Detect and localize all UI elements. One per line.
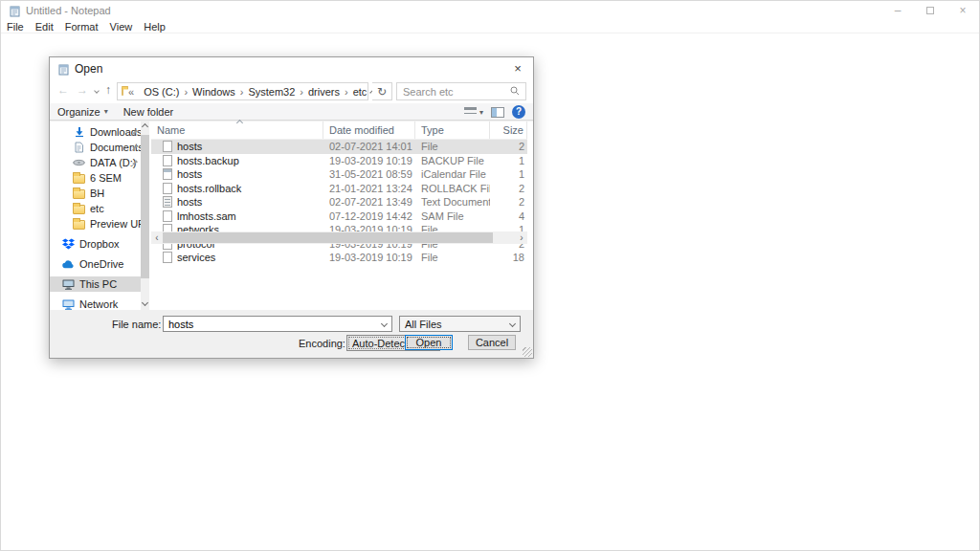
sidebar-item-downloads[interactable]: Downloads bbox=[50, 124, 141, 140]
table-row[interactable]: hosts.backup19-03-2019 10:19BACKUP File1 bbox=[151, 154, 527, 168]
onedrive-icon bbox=[62, 258, 75, 270]
file-type-select[interactable]: All Files bbox=[399, 316, 521, 332]
horizontal-scrollbar-thumb[interactable] bbox=[163, 232, 493, 243]
dropbox-icon bbox=[62, 238, 75, 250]
thispc-icon bbox=[62, 278, 75, 290]
sidebar-item-bh[interactable]: BH bbox=[50, 186, 141, 201]
date-modified-cell: 19-03-2019 10:19 bbox=[323, 155, 415, 166]
search-icon bbox=[510, 86, 520, 98]
table-row[interactable]: hosts02-07-2021 14:01File2 bbox=[151, 140, 527, 154]
date-modified-cell: 21-01-2021 13:24 bbox=[323, 183, 415, 194]
dialog-close-button[interactable]: × bbox=[502, 57, 533, 78]
sidebar-item-label: Network bbox=[79, 298, 118, 310]
menu-help[interactable]: Help bbox=[138, 20, 171, 33]
size-cell: 18 bbox=[490, 252, 527, 263]
table-row[interactable]: hosts.rollback21-01-2021 13:24ROLLBACK F… bbox=[151, 182, 527, 196]
column-header-date-modified[interactable]: Date modified bbox=[323, 121, 415, 139]
new-folder-button[interactable]: New folder bbox=[116, 106, 182, 118]
recent-locations-chevron-icon[interactable] bbox=[94, 88, 100, 94]
size-cell: 1 bbox=[490, 155, 527, 166]
back-icon[interactable]: ← bbox=[57, 83, 69, 97]
table-row[interactable]: services19-03-2019 10:19File18 bbox=[151, 251, 527, 265]
file-name-chevron-icon[interactable] bbox=[381, 320, 388, 327]
date-modified-cell: 02-07-2021 13:49 bbox=[323, 196, 415, 208]
window-title: Untitled - Notepad bbox=[26, 5, 111, 16]
horizontal-scrollbar[interactable]: ‹ › bbox=[151, 231, 527, 244]
type-cell: File bbox=[415, 252, 490, 263]
table-row[interactable]: lmhosts.sam07-12-2019 14:42SAM File4 bbox=[151, 209, 527, 224]
help-icon[interactable]: ? bbox=[512, 105, 525, 119]
folder-icon bbox=[73, 189, 85, 199]
breadcrumb-segment[interactable]: drivers bbox=[303, 86, 345, 98]
file-name-text: lmhosts.sam bbox=[177, 210, 236, 222]
minimize-button[interactable]: – bbox=[881, 1, 914, 20]
breadcrumb-segment[interactable]: etc bbox=[348, 86, 372, 98]
scroll-right-icon[interactable]: › bbox=[516, 231, 527, 244]
sidebar-item-6-sem[interactable]: 6 SEM bbox=[50, 170, 141, 186]
type-cell: ROLLBACK File bbox=[415, 183, 490, 194]
file-list: NameDate modifiedTypeSize hosts02-07-202… bbox=[151, 121, 527, 296]
size-cell: 2 bbox=[490, 141, 527, 152]
pin-icon bbox=[130, 143, 139, 151]
breadcrumb-segment[interactable]: System32 bbox=[243, 86, 300, 98]
folder-icon bbox=[73, 174, 85, 184]
sidebar-item-dropbox[interactable]: Dropbox bbox=[50, 236, 141, 252]
change-view-button[interactable]: ▾ bbox=[464, 107, 483, 117]
organize-button[interactable]: Organize ▾ bbox=[50, 106, 116, 118]
date-modified-cell: 19-03-2019 10:19 bbox=[323, 252, 415, 263]
maximize-button[interactable] bbox=[914, 1, 947, 20]
sidebar-item-preview-url[interactable]: Preview URL bbox=[50, 216, 141, 231]
file-file-icon bbox=[163, 252, 172, 263]
drive-icon bbox=[73, 157, 85, 168]
menu-format[interactable]: Format bbox=[59, 20, 104, 33]
up-icon[interactable]: ↑ bbox=[105, 83, 111, 97]
address-bar[interactable]: « OS (C:)›Windows›System32›drivers›etc bbox=[117, 82, 368, 100]
column-header-type[interactable]: Type bbox=[415, 121, 490, 139]
scroll-up-icon[interactable] bbox=[142, 123, 148, 130]
preview-pane-icon[interactable] bbox=[491, 107, 504, 118]
scroll-left-icon[interactable]: ‹ bbox=[151, 231, 163, 244]
file-name-input[interactable] bbox=[164, 319, 382, 330]
date-modified-cell: 31-05-2021 08:59 bbox=[323, 168, 415, 180]
column-header-name[interactable]: Name bbox=[151, 121, 323, 139]
dialog-titlebar: Open × bbox=[50, 57, 533, 80]
column-headers: NameDate modifiedTypeSize bbox=[151, 121, 527, 140]
file-name-text: hosts bbox=[177, 141, 202, 152]
sidebar-scrollbar-thumb[interactable] bbox=[141, 135, 149, 278]
list-view-icon bbox=[464, 107, 477, 117]
menu-edit[interactable]: Edit bbox=[30, 20, 59, 33]
search-input[interactable] bbox=[397, 86, 510, 98]
breadcrumb-segment[interactable]: Windows bbox=[188, 86, 240, 98]
sidebar-item-etc[interactable]: etc bbox=[50, 201, 141, 216]
close-button[interactable]: × bbox=[947, 1, 979, 20]
column-header-label: Date modified bbox=[329, 124, 394, 136]
sidebar-scrollbar[interactable] bbox=[141, 121, 149, 310]
column-header-size[interactable]: Size bbox=[490, 121, 527, 139]
file-name-text: hosts.backup bbox=[177, 155, 239, 166]
file-file-icon bbox=[163, 141, 172, 152]
size-cell: 2 bbox=[490, 196, 527, 208]
folder-icon bbox=[122, 88, 123, 97]
menu-file[interactable]: File bbox=[1, 20, 30, 33]
cancel-button[interactable]: Cancel bbox=[468, 335, 516, 350]
dialog-title: Open bbox=[75, 62, 102, 76]
table-row[interactable]: hosts02-07-2021 13:49Text Document2 bbox=[151, 195, 527, 209]
refresh-button[interactable]: ↻ bbox=[372, 82, 392, 100]
scroll-down-icon[interactable] bbox=[142, 299, 148, 306]
menu-view[interactable]: View bbox=[104, 20, 139, 33]
sidebar-item-documents[interactable]: Documents bbox=[50, 140, 141, 155]
menubar: FileEditFormatViewHelp bbox=[1, 20, 979, 33]
type-cell: iCalendar File bbox=[415, 168, 490, 180]
table-row[interactable]: hosts31-05-2021 08:59iCalendar File1 bbox=[151, 167, 527, 182]
open-button[interactable]: Open bbox=[405, 335, 453, 350]
breadcrumb-segment[interactable]: OS (C:) bbox=[139, 86, 184, 98]
sidebar-item-data-d-[interactable]: DATA (D:) bbox=[50, 155, 141, 170]
file-name-cell: hosts.rollback bbox=[151, 183, 323, 194]
file-name-cell: services bbox=[151, 252, 323, 263]
date-modified-cell: 02-07-2021 14:01 bbox=[323, 141, 415, 152]
sidebar-item-this-pc[interactable]: This PC bbox=[50, 276, 141, 292]
sidebar-item-network[interactable]: Network bbox=[50, 297, 141, 310]
sidebar-item-onedrive[interactable]: OneDrive bbox=[50, 256, 141, 272]
forward-icon[interactable]: → bbox=[77, 83, 88, 97]
resize-grip-icon[interactable] bbox=[523, 347, 532, 357]
